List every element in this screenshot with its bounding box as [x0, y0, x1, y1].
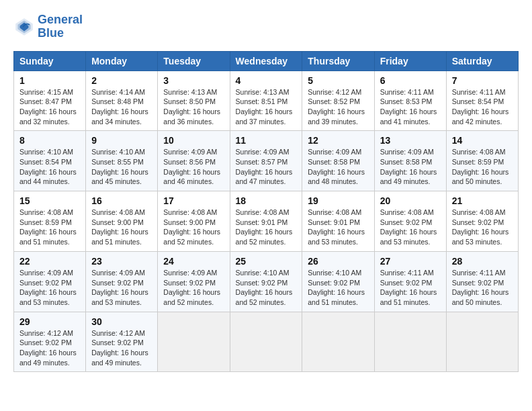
cell-content: Sunrise: 4:08 AMSunset: 9:00 PMDaylight:…: [163, 208, 224, 247]
calendar-cell: 20Sunrise: 4:08 AMSunset: 9:02 PMDayligh…: [374, 191, 446, 252]
cell-content: Sunrise: 4:12 AMSunset: 9:02 PMDaylight:…: [91, 328, 152, 368]
calendar-row: 29Sunrise: 4:12 AMSunset: 9:02 PMDayligh…: [14, 312, 519, 372]
calendar-cell: 11Sunrise: 4:09 AMSunset: 8:57 PMDayligh…: [230, 131, 302, 191]
day-number: 10: [163, 135, 224, 146]
day-number: 20: [380, 195, 441, 206]
day-number: 23: [91, 256, 152, 267]
cell-content: Sunrise: 4:10 AMSunset: 8:54 PMDaylight:…: [19, 147, 80, 187]
day-number: 8: [19, 135, 80, 146]
day-number: 24: [163, 256, 224, 267]
calendar-cell: 29Sunrise: 4:12 AMSunset: 9:02 PMDayligh…: [14, 312, 86, 372]
calendar-cell: [302, 312, 374, 372]
calendar-cell: 2Sunrise: 4:14 AMSunset: 8:48 PMDaylight…: [86, 71, 158, 131]
column-header-thursday: Thursday: [302, 51, 374, 71]
cell-content: Sunrise: 4:09 AMSunset: 8:57 PMDaylight:…: [236, 147, 297, 187]
calendar-header-row: SundayMondayTuesdayWednesdayThursdayFrid…: [14, 51, 519, 71]
day-number: 7: [452, 75, 513, 86]
calendar-cell: 27Sunrise: 4:11 AMSunset: 9:02 PMDayligh…: [374, 251, 446, 312]
calendar-cell: 10Sunrise: 4:09 AMSunset: 8:56 PMDayligh…: [158, 131, 230, 191]
calendar-row: 22Sunrise: 4:09 AMSunset: 9:02 PMDayligh…: [14, 251, 519, 312]
day-number: 6: [380, 75, 441, 86]
calendar-cell: 21Sunrise: 4:08 AMSunset: 9:02 PMDayligh…: [446, 191, 518, 252]
column-header-tuesday: Tuesday: [158, 51, 230, 71]
cell-content: Sunrise: 4:08 AMSunset: 9:02 PMDaylight:…: [380, 208, 441, 247]
cell-content: Sunrise: 4:08 AMSunset: 8:59 PMDaylight:…: [452, 147, 513, 187]
calendar-cell: [446, 312, 518, 372]
day-number: 21: [452, 195, 513, 206]
day-number: 5: [308, 75, 368, 86]
calendar-cell: 7Sunrise: 4:11 AMSunset: 8:54 PMDaylight…: [446, 71, 518, 131]
day-number: 18: [236, 195, 297, 206]
cell-content: Sunrise: 4:09 AMSunset: 8:56 PMDaylight:…: [163, 147, 224, 187]
column-header-saturday: Saturday: [446, 51, 518, 71]
day-number: 4: [236, 75, 297, 86]
cell-content: Sunrise: 4:12 AMSunset: 8:52 PMDaylight:…: [308, 87, 368, 127]
day-number: 26: [308, 256, 368, 267]
day-number: 28: [452, 256, 513, 267]
calendar-cell: [158, 312, 230, 372]
cell-content: Sunrise: 4:10 AMSunset: 9:02 PMDaylight:…: [308, 268, 368, 308]
cell-content: Sunrise: 4:08 AMSunset: 9:00 PMDaylight:…: [91, 208, 152, 247]
calendar-cell: [374, 312, 446, 372]
calendar-cell: 18Sunrise: 4:08 AMSunset: 9:01 PMDayligh…: [230, 191, 302, 252]
calendar-row: 8Sunrise: 4:10 AMSunset: 8:54 PMDaylight…: [14, 131, 519, 191]
cell-content: Sunrise: 4:11 AMSunset: 9:02 PMDaylight:…: [380, 268, 441, 308]
calendar-cell: 5Sunrise: 4:12 AMSunset: 8:52 PMDaylight…: [302, 71, 374, 131]
day-number: 9: [91, 135, 152, 146]
day-number: 13: [380, 135, 441, 146]
day-number: 22: [19, 256, 80, 267]
calendar-cell: 15Sunrise: 4:08 AMSunset: 8:59 PMDayligh…: [14, 191, 86, 252]
day-number: 27: [380, 256, 441, 267]
cell-content: Sunrise: 4:08 AMSunset: 9:01 PMDaylight:…: [308, 208, 368, 247]
day-number: 25: [236, 256, 297, 267]
column-header-sunday: Sunday: [14, 51, 86, 71]
logo-text: General Blue: [38, 13, 83, 40]
day-number: 15: [19, 195, 80, 206]
day-number: 30: [91, 316, 152, 327]
cell-content: Sunrise: 4:10 AMSunset: 9:02 PMDaylight:…: [236, 268, 297, 308]
calendar-cell: 12Sunrise: 4:09 AMSunset: 8:58 PMDayligh…: [302, 131, 374, 191]
cell-content: Sunrise: 4:11 AMSunset: 8:54 PMDaylight:…: [452, 87, 513, 127]
calendar-cell: 4Sunrise: 4:13 AMSunset: 8:51 PMDaylight…: [230, 71, 302, 131]
day-number: 2: [91, 75, 152, 86]
day-number: 19: [308, 195, 368, 206]
calendar-cell: 14Sunrise: 4:08 AMSunset: 8:59 PMDayligh…: [446, 131, 518, 191]
day-number: 16: [91, 195, 152, 206]
calendar-cell: 28Sunrise: 4:11 AMSunset: 9:02 PMDayligh…: [446, 251, 518, 312]
calendar-cell: 25Sunrise: 4:10 AMSunset: 9:02 PMDayligh…: [230, 251, 302, 312]
cell-content: Sunrise: 4:09 AMSunset: 9:02 PMDaylight:…: [91, 268, 152, 308]
cell-content: Sunrise: 4:13 AMSunset: 8:50 PMDaylight:…: [163, 87, 224, 127]
logo: General Blue: [13, 13, 83, 40]
calendar-row: 15Sunrise: 4:08 AMSunset: 8:59 PMDayligh…: [14, 191, 519, 252]
calendar-cell: 19Sunrise: 4:08 AMSunset: 9:01 PMDayligh…: [302, 191, 374, 252]
calendar-cell: 16Sunrise: 4:08 AMSunset: 9:00 PMDayligh…: [86, 191, 158, 252]
calendar-cell: 8Sunrise: 4:10 AMSunset: 8:54 PMDaylight…: [14, 131, 86, 191]
calendar-cell: 30Sunrise: 4:12 AMSunset: 9:02 PMDayligh…: [86, 312, 158, 372]
column-header-friday: Friday: [374, 51, 446, 71]
calendar-row: 1Sunrise: 4:15 AMSunset: 8:47 PMDaylight…: [14, 71, 519, 131]
day-number: 29: [19, 316, 80, 327]
column-header-monday: Monday: [86, 51, 158, 71]
calendar-cell: 24Sunrise: 4:09 AMSunset: 9:02 PMDayligh…: [158, 251, 230, 312]
day-number: 11: [236, 135, 297, 146]
calendar-cell: 1Sunrise: 4:15 AMSunset: 8:47 PMDaylight…: [14, 71, 86, 131]
cell-content: Sunrise: 4:11 AMSunset: 9:02 PMDaylight:…: [452, 268, 513, 308]
calendar-cell: 3Sunrise: 4:13 AMSunset: 8:50 PMDaylight…: [158, 71, 230, 131]
cell-content: Sunrise: 4:11 AMSunset: 8:53 PMDaylight:…: [380, 87, 441, 127]
cell-content: Sunrise: 4:10 AMSunset: 8:55 PMDaylight:…: [91, 147, 152, 187]
calendar-cell: [230, 312, 302, 372]
calendar-cell: 6Sunrise: 4:11 AMSunset: 8:53 PMDaylight…: [374, 71, 446, 131]
page-header: General Blue: [13, 13, 519, 40]
cell-content: Sunrise: 4:15 AMSunset: 8:47 PMDaylight:…: [19, 87, 80, 127]
calendar-cell: 22Sunrise: 4:09 AMSunset: 9:02 PMDayligh…: [14, 251, 86, 312]
cell-content: Sunrise: 4:08 AMSunset: 9:01 PMDaylight:…: [236, 208, 297, 247]
cell-content: Sunrise: 4:09 AMSunset: 9:02 PMDaylight:…: [19, 268, 80, 308]
day-number: 3: [163, 75, 224, 86]
calendar-cell: 26Sunrise: 4:10 AMSunset: 9:02 PMDayligh…: [302, 251, 374, 312]
cell-content: Sunrise: 4:09 AMSunset: 8:58 PMDaylight:…: [308, 147, 368, 187]
day-number: 1: [19, 75, 80, 86]
day-number: 17: [163, 195, 224, 206]
cell-content: Sunrise: 4:14 AMSunset: 8:48 PMDaylight:…: [91, 87, 152, 127]
calendar-cell: 23Sunrise: 4:09 AMSunset: 9:02 PMDayligh…: [86, 251, 158, 312]
column-header-wednesday: Wednesday: [230, 51, 302, 71]
